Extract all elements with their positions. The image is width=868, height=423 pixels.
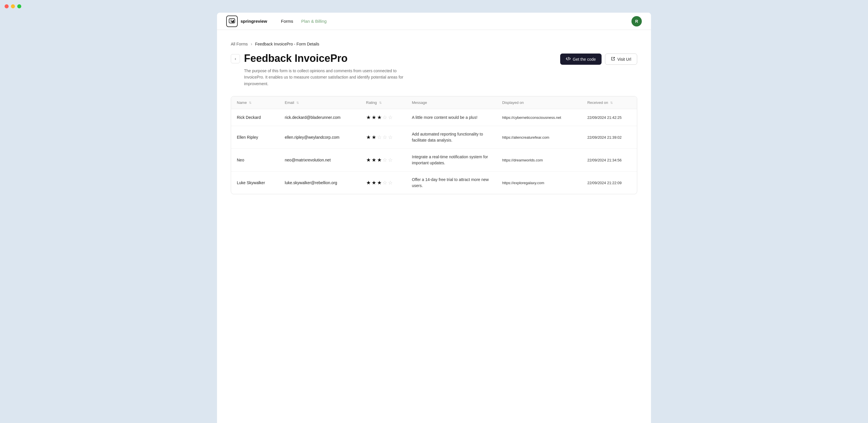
star-filled: ★ — [366, 179, 371, 186]
breadcrumb-current: Feedback InvoicePro - Form Details — [255, 42, 319, 46]
nav-forms[interactable]: Forms — [281, 19, 293, 24]
star-empty: ☆ — [382, 157, 387, 163]
cell-message: Add automated reporting functionality to… — [406, 126, 496, 149]
titlebar — [0, 0, 868, 13]
star-empty: ☆ — [377, 134, 382, 140]
cell-rating: ★★★☆☆ — [361, 149, 406, 171]
user-avatar[interactable]: R — [631, 16, 642, 26]
cell-rating: ★★★☆☆ — [361, 171, 406, 194]
star-filled: ★ — [372, 157, 376, 163]
cell-email: luke.skywalker@rebellion.org — [279, 171, 361, 194]
received-sort-icon: ⇅ — [610, 101, 613, 105]
close-button[interactable] — [5, 4, 9, 8]
cell-email: rick.deckard@bladerunner.com — [279, 109, 361, 126]
col-message: Message — [406, 96, 496, 109]
cell-message: A little more content would be a plus! — [406, 109, 496, 126]
star-filled: ★ — [366, 134, 371, 140]
logo-icon — [226, 16, 238, 27]
star-empty: ☆ — [382, 114, 387, 120]
cell-message: Integrate a real-time notification syste… — [406, 149, 496, 171]
page-description: The purpose of this form is to collect o… — [244, 67, 416, 87]
get-code-label: Get the code — [573, 57, 596, 62]
star-filled: ★ — [377, 114, 382, 120]
logo: springreview — [226, 16, 267, 27]
nav-links: Forms Plan & Billing — [281, 19, 327, 24]
data-table: Name ⇅ Email ⇅ Rating ⇅ Message — [231, 96, 637, 194]
external-link-icon — [611, 57, 615, 62]
cell-rating: ★★☆☆☆ — [361, 126, 406, 149]
table-header: Name ⇅ Email ⇅ Rating ⇅ Message — [231, 96, 637, 109]
cell-received-on: 22/09/2024 21:39:02 — [582, 126, 637, 149]
star-filled: ★ — [366, 157, 371, 163]
star-filled: ★ — [366, 114, 371, 120]
col-received[interactable]: Received on ⇅ — [582, 96, 637, 109]
page-content: All Forms › Feedback InvoicePro - Form D… — [217, 30, 651, 206]
table-row: Rick Deckardrick.deckard@bladerunner.com… — [231, 109, 637, 126]
code-icon — [566, 56, 570, 62]
top-navigation: springreview Forms Plan & Billing R — [217, 13, 651, 30]
svg-point-2 — [233, 21, 234, 22]
breadcrumb-all-forms[interactable]: All Forms — [231, 42, 248, 46]
page-title: Feedback InvoicePro — [244, 52, 560, 64]
cell-displayed-on: https://cyberneticconsciousness.net — [496, 109, 582, 126]
table-body: Rick Deckardrick.deckard@bladerunner.com… — [231, 109, 637, 194]
get-code-button[interactable]: Get the code — [560, 54, 601, 65]
page-header: ‹ Feedback InvoicePro Get the code — [231, 52, 637, 65]
cell-displayed-on: https://exploregalaxy.com — [496, 171, 582, 194]
breadcrumb: All Forms › Feedback InvoicePro - Form D… — [231, 41, 637, 47]
back-button[interactable]: ‹ — [231, 54, 240, 63]
col-displayed: Displayed on — [496, 96, 582, 109]
cell-displayed-on: https://dreamworlds.com — [496, 149, 582, 171]
star-empty: ☆ — [382, 179, 387, 186]
minimize-button[interactable] — [11, 4, 15, 8]
cell-received-on: 22/09/2024 21:22:09 — [582, 171, 637, 194]
cell-name: Neo — [231, 149, 279, 171]
table-row: Neoneo@matrixrevolution.net★★★☆☆Integrat… — [231, 149, 637, 171]
star-empty: ☆ — [388, 157, 393, 163]
cell-received-on: 22/09/2024 21:42:25 — [582, 109, 637, 126]
cell-message: Offer a 14-day free trial to attract mor… — [406, 171, 496, 194]
rating-sort-icon: ⇅ — [379, 101, 382, 105]
star-empty: ☆ — [382, 134, 387, 140]
cell-received-on: 22/09/2024 21:34:56 — [582, 149, 637, 171]
table-row: Luke Skywalkerluke.skywalker@rebellion.o… — [231, 171, 637, 194]
nav-billing[interactable]: Plan & Billing — [301, 19, 327, 24]
star-filled: ★ — [377, 179, 382, 186]
col-name[interactable]: Name ⇅ — [231, 96, 279, 109]
star-empty: ☆ — [388, 134, 393, 140]
col-email[interactable]: Email ⇅ — [279, 96, 361, 109]
header-actions: Get the code Visit Url — [560, 54, 637, 65]
star-empty: ☆ — [388, 179, 393, 186]
cell-name: Ellen Ripley — [231, 126, 279, 149]
name-sort-icon: ⇅ — [249, 101, 251, 105]
star-filled: ★ — [372, 179, 376, 186]
main-window: springreview Forms Plan & Billing R All … — [217, 13, 651, 423]
cell-name: Rick Deckard — [231, 109, 279, 126]
visit-url-label: Visit Url — [617, 57, 631, 62]
logo-text: springreview — [241, 19, 267, 24]
cell-email: neo@matrixrevolution.net — [279, 149, 361, 171]
fullscreen-button[interactable] — [17, 4, 21, 8]
cell-displayed-on: https://aliencreaturefear.com — [496, 126, 582, 149]
svg-point-3 — [232, 21, 233, 22]
star-empty: ☆ — [388, 114, 393, 120]
star-filled: ★ — [372, 114, 376, 120]
cell-rating: ★★★☆☆ — [361, 109, 406, 126]
star-filled: ★ — [377, 157, 382, 163]
feedback-table: Name ⇅ Email ⇅ Rating ⇅ Message — [231, 96, 637, 194]
cell-name: Luke Skywalker — [231, 171, 279, 194]
table-row: Ellen Ripleyellen.ripley@weylandcorp.com… — [231, 126, 637, 149]
visit-url-button[interactable]: Visit Url — [605, 54, 637, 65]
col-rating[interactable]: Rating ⇅ — [361, 96, 406, 109]
breadcrumb-separator: › — [251, 41, 252, 47]
star-filled: ★ — [372, 134, 376, 140]
email-sort-icon: ⇅ — [296, 101, 299, 105]
cell-email: ellen.ripley@weylandcorp.com — [279, 126, 361, 149]
svg-point-1 — [233, 20, 234, 21]
